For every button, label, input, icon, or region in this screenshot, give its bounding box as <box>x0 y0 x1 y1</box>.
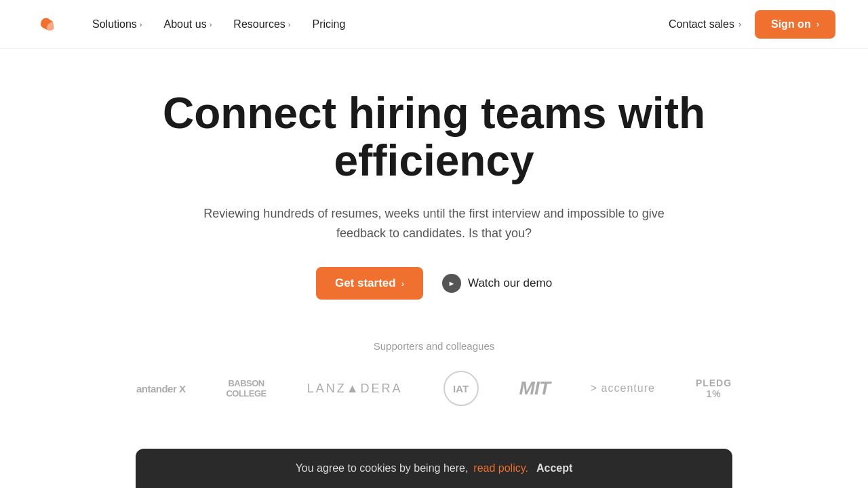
babson-logo: BABSONCOLLEGE <box>226 378 266 399</box>
solutions-label: Solutions <box>92 18 137 30</box>
nav-about[interactable]: About us › <box>156 13 220 36</box>
supporters-label: Supporters and colleagues <box>33 340 835 352</box>
hero-buttons: Get started › ► Watch our demo <box>316 267 552 300</box>
get-started-label: Get started <box>335 277 396 290</box>
mit-logo: MIT <box>519 378 550 399</box>
watch-demo-label: Watch our demo <box>468 277 552 290</box>
get-started-button[interactable]: Get started › <box>316 267 423 300</box>
contact-sales-link[interactable]: Contact sales › <box>666 13 744 36</box>
iat-logo: IAT <box>443 371 479 406</box>
nav-links: Solutions › About us › Resources › Prici… <box>84 13 666 36</box>
resources-label: Resources <box>233 18 285 30</box>
accenture-logo: > accenture <box>591 382 655 394</box>
navbar: Solutions › About us › Resources › Prici… <box>0 0 868 49</box>
hero-heading-line1: Connect hiring teams with <box>163 89 705 138</box>
pricing-label: Pricing <box>312 18 345 30</box>
about-chevron-icon: › <box>210 20 212 28</box>
resources-chevron-icon: › <box>288 20 291 28</box>
pledg1-logo: PLEDG1% <box>696 378 732 401</box>
nav-solutions[interactable]: Solutions › <box>84 13 151 36</box>
sign-on-label: Sign on <box>771 18 811 30</box>
watch-demo-link[interactable]: ► Watch our demo <box>442 274 552 293</box>
cookie-banner: You agree to cookies by being here, read… <box>136 449 732 488</box>
sign-on-chevron-icon: › <box>816 19 819 29</box>
logo[interactable] <box>33 9 62 39</box>
nav-pricing[interactable]: Pricing <box>304 13 353 36</box>
supporters-section: Supporters and colleagues antander X BAB… <box>0 327 868 420</box>
nav-right: Contact sales › Sign on › <box>666 10 835 39</box>
hero-section: Connect hiring teams with efficiency Rev… <box>0 49 868 327</box>
sign-on-button[interactable]: Sign on › <box>755 10 835 39</box>
cookie-message: You agree to cookies by being here, <box>296 462 469 474</box>
solutions-chevron-icon: › <box>140 20 142 28</box>
hero-subtext: Reviewing hundreds of resumes, weeks unt… <box>203 204 665 243</box>
accept-cookies-button[interactable]: Accept <box>536 462 572 474</box>
play-icon: ► <box>442 274 461 293</box>
contact-sales-chevron-icon: › <box>738 20 741 29</box>
antander-logo: antander X <box>136 383 186 394</box>
hero-heading-line2: efficiency <box>334 136 534 185</box>
logos-row: antander X BABSONCOLLEGE LANZ▲DERA IAT M… <box>33 371 835 406</box>
about-label: About us <box>164 18 207 30</box>
contact-sales-label: Contact sales <box>669 18 734 30</box>
get-started-chevron-icon: › <box>401 279 404 289</box>
lanzadera-logo: LANZ▲DERA <box>307 382 403 396</box>
hero-heading: Connect hiring teams with efficiency <box>163 89 705 185</box>
read-policy-link[interactable]: read policy. <box>473 462 528 474</box>
nav-resources[interactable]: Resources › <box>225 13 298 36</box>
